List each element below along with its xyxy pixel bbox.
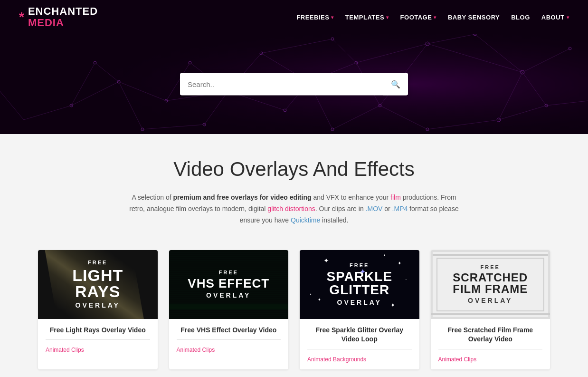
thumb-main-label: LIGHTRAYS xyxy=(72,267,123,300)
nav-link-freebies[interactable]: FREEBIES ▾ xyxy=(296,14,334,21)
hero-background: 🔍 xyxy=(0,34,588,134)
card-body-scratched: Free Scratched Film Frame Overlay Video … xyxy=(431,319,550,369)
quicktime-link[interactable]: Quicktime xyxy=(291,216,320,224)
card-light-rays: FREE LIGHTRAYS OVERLAY Free Light Rays O… xyxy=(38,250,158,369)
thumb-main-label: SPARKLEGLITTER xyxy=(326,270,392,297)
nav-item-baby-sensory[interactable]: BABY SENSORY xyxy=(448,14,500,21)
card-category-light-rays[interactable]: Animated Clips xyxy=(46,344,150,355)
chevron-down-icon: ▾ xyxy=(434,15,436,20)
page-title: Video Overlays And Effects xyxy=(38,158,550,181)
glitch-link[interactable]: glitch distortions xyxy=(267,205,315,213)
film-link[interactable]: film xyxy=(390,193,401,201)
card-category-scratched[interactable]: Animated Clips xyxy=(438,353,543,365)
chevron-down-icon: ▾ xyxy=(567,15,569,20)
logo[interactable]: * ENCHANTED MEDIA xyxy=(19,6,98,29)
noise-bar xyxy=(169,304,289,309)
page-description: A selection of premium and free overlays… xyxy=(128,192,460,226)
thumb-free-label: FREE xyxy=(326,262,392,268)
nav-link-templates[interactable]: TEMPLATES ▾ xyxy=(345,14,389,21)
nav-item-about[interactable]: ABOUT ▾ xyxy=(541,14,569,21)
star-icon: ✦ xyxy=(398,261,401,266)
thumb-sub-label: OVERLAY xyxy=(72,301,123,309)
thumb-free-label: FREE xyxy=(72,260,123,265)
card-title-sparkle: Free Sparkle Glitter Overlay Video Loop xyxy=(307,326,412,344)
logo-media: MEDIA xyxy=(28,17,98,29)
nav-links: FREEBIES ▾ TEMPLATES ▾ FOOTAGE ▾ BABY SE… xyxy=(296,14,569,21)
nav-item-freebies[interactable]: FREEBIES ▾ xyxy=(296,14,334,21)
main-content: Video Overlays And Effects A selection o… xyxy=(0,134,588,377)
search-container: 🔍 xyxy=(180,73,408,96)
logo-enchanted: ENCHANTED xyxy=(28,6,98,17)
thumb-main-label: SCRATCHEDFILM FRAME xyxy=(453,272,528,295)
thumb-main-label: VHS EFFECT xyxy=(188,277,269,290)
thumb-text-scratched: FREE SCRATCHEDFILM FRAME OVERLAY xyxy=(453,264,528,304)
thumb-text-light-rays: FREE LIGHTRAYS OVERLAY xyxy=(72,260,123,309)
thumb-sub-label: OVERLAY xyxy=(188,291,269,299)
card-divider xyxy=(438,349,543,349)
nav-item-blog[interactable]: BLOG xyxy=(511,14,530,21)
search-box: 🔍 xyxy=(180,73,408,96)
card-title-vhs: Free VHS Effect Overlay Video xyxy=(177,326,281,335)
nav-link-baby-sensory[interactable]: BABY SENSORY xyxy=(448,14,500,21)
star-icon: ✦ xyxy=(318,298,321,302)
card-thumbnail-scratched[interactable]: FREE SCRATCHEDFILM FRAME OVERLAY xyxy=(431,250,550,319)
search-icon: 🔍 xyxy=(391,80,400,88)
star-icon: ✦ xyxy=(383,253,386,257)
card-body-sparkle: Free Sparkle Glitter Overlay Video Loop … xyxy=(300,319,419,369)
thumb-text-vhs: FREE VHS EFFECT OVERLAY xyxy=(188,270,269,299)
card-thumbnail-sparkle[interactable]: ✦ ✦ ✦ ✦ ✦ ⋆ ⋆ ✦ FREE SPARKLEGLITTER OVER… xyxy=(300,250,419,319)
nav-item-templates[interactable]: TEMPLATES ▾ xyxy=(345,14,389,21)
logo-text: ENCHANTED MEDIA xyxy=(28,6,98,29)
card-body-vhs: Free VHS Effect Overlay Video Animated C… xyxy=(169,319,289,360)
card-title-light-rays: Free Light Rays Overlay Video xyxy=(46,326,150,335)
nav-link-footage[interactable]: FOOTAGE ▾ xyxy=(400,14,436,21)
card-category-vhs[interactable]: Animated Clips xyxy=(177,344,281,355)
star-icon: ⋆ xyxy=(405,278,407,281)
chevron-down-icon: ▾ xyxy=(331,15,334,20)
card-divider xyxy=(46,339,150,340)
card-thumbnail-vhs[interactable]: FREE VHS EFFECT OVERLAY xyxy=(169,250,289,319)
star-icon: ⋆ xyxy=(309,291,312,297)
card-body-light-rays: Free Light Rays Overlay Video Animated C… xyxy=(38,319,158,360)
card-title-scratched: Free Scratched Film Frame Overlay Video xyxy=(438,326,543,344)
navbar: * ENCHANTED MEDIA FREEBIES ▾ TEMPLATES ▾ xyxy=(0,0,588,34)
card-divider xyxy=(307,349,412,349)
cards-grid: FREE LIGHTRAYS OVERLAY Free Light Rays O… xyxy=(38,250,550,369)
card-thumbnail-light-rays[interactable]: FREE LIGHTRAYS OVERLAY xyxy=(38,250,158,319)
search-button[interactable]: 🔍 xyxy=(383,73,408,96)
card-category-sparkle[interactable]: Animated Backgrounds xyxy=(307,353,412,365)
card-divider xyxy=(177,339,281,340)
thumb-sub-label: OVERLAY xyxy=(453,297,528,304)
nav-item-footage[interactable]: FOOTAGE ▾ xyxy=(400,14,436,21)
chevron-down-icon: ▾ xyxy=(386,15,389,20)
thumb-free-label: FREE xyxy=(188,270,269,275)
card-sparkle-glitter: ✦ ✦ ✦ ✦ ✦ ⋆ ⋆ ✦ FREE SPARKLEGLITTER OVER… xyxy=(300,250,419,369)
logo-asterisk: * xyxy=(19,10,24,24)
nav-link-blog[interactable]: BLOG xyxy=(511,14,530,21)
thumb-text-sparkle: FREE SPARKLEGLITTER OVERLAY xyxy=(326,262,392,306)
search-input[interactable] xyxy=(180,74,383,95)
thumb-free-label: FREE xyxy=(453,264,528,270)
nav-link-about[interactable]: ABOUT ▾ xyxy=(541,14,569,21)
thumb-sub-label: OVERLAY xyxy=(326,299,392,306)
card-vhs-effect: FREE VHS EFFECT OVERLAY Free VHS Effect … xyxy=(169,250,289,369)
card-scratched-film: FREE SCRATCHEDFILM FRAME OVERLAY Free Sc… xyxy=(431,250,550,369)
